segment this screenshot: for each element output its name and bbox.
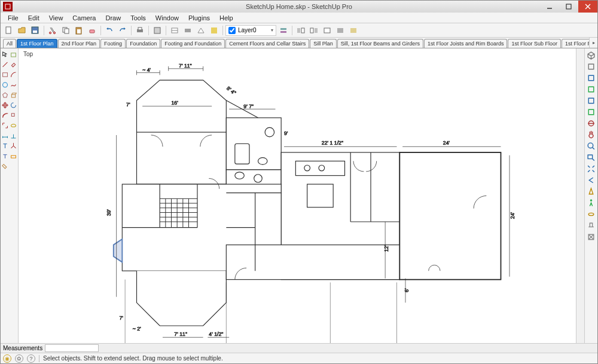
dimension-tool[interactable] bbox=[1, 131, 9, 140]
line-tool[interactable] bbox=[1, 60, 9, 69]
scene-tab[interactable]: Footing bbox=[100, 39, 126, 48]
tape-tool[interactable] bbox=[10, 121, 17, 130]
open-file-button[interactable] bbox=[16, 25, 28, 36]
move-tool[interactable] bbox=[1, 100, 9, 110]
look-around-icon[interactable] bbox=[586, 209, 597, 219]
toggle-button-2[interactable] bbox=[182, 25, 194, 36]
app-icon bbox=[3, 2, 13, 11]
style-button-1[interactable] bbox=[295, 25, 307, 36]
protractor-tool[interactable] bbox=[10, 131, 17, 140]
orbit-icon[interactable] bbox=[586, 118, 597, 129]
redo-button[interactable] bbox=[117, 25, 129, 36]
zoom-extents-icon[interactable] bbox=[586, 163, 597, 174]
menu-file[interactable]: File bbox=[3, 13, 23, 23]
followme-tool[interactable] bbox=[10, 111, 17, 120]
menu-window[interactable]: Window bbox=[151, 13, 184, 23]
select-tool[interactable] bbox=[1, 50, 9, 59]
svg-point-11 bbox=[54, 32, 56, 33]
section-tool[interactable] bbox=[10, 151, 17, 161]
viewport[interactable]: ~ 4' 7' 11" 8' 4" 7' 16' 9' 7" 9' 22' 1 … bbox=[19, 48, 584, 343]
menu-edit[interactable]: Edit bbox=[23, 13, 44, 23]
toggle-button-1[interactable] bbox=[169, 25, 181, 36]
text-tool[interactable] bbox=[1, 141, 9, 151]
menu-view[interactable]: View bbox=[44, 13, 68, 23]
style-button-3[interactable] bbox=[321, 25, 333, 36]
arc-tool[interactable] bbox=[10, 70, 17, 79]
save-button[interactable] bbox=[29, 25, 41, 36]
top-view-icon[interactable] bbox=[586, 61, 597, 72]
scene-tab[interactable]: Sill Plan bbox=[310, 39, 337, 48]
scene-tab[interactable]: Cement Floors and Cellar Stairs bbox=[225, 39, 309, 48]
paint-tool[interactable] bbox=[1, 161, 9, 171]
scene-tab[interactable]: Footing and Foundation bbox=[161, 39, 225, 48]
maximize-button[interactable] bbox=[559, 1, 578, 13]
zoom-icon[interactable] bbox=[586, 140, 597, 151]
menu-help[interactable]: Help bbox=[215, 13, 238, 23]
minimize-button[interactable] bbox=[540, 1, 559, 13]
back-view-icon[interactable] bbox=[586, 95, 597, 106]
model-info-button[interactable] bbox=[151, 25, 163, 36]
3dtext-tool[interactable] bbox=[1, 151, 9, 161]
previous-icon[interactable] bbox=[586, 175, 597, 185]
layer-selector[interactable]: Layer0 ▾ bbox=[225, 25, 276, 36]
scene-tab[interactable]: 2nd Floor Plan bbox=[58, 39, 100, 48]
menu-plugins[interactable]: Plugins bbox=[184, 13, 215, 23]
toggle-button-4[interactable] bbox=[208, 25, 220, 36]
axes-tool[interactable] bbox=[10, 141, 17, 151]
iso-view-icon[interactable] bbox=[586, 50, 597, 60]
make-component-tool[interactable] bbox=[10, 50, 17, 59]
geo-location-icon[interactable]: ◉ bbox=[3, 354, 11, 363]
toggle-button-3[interactable] bbox=[195, 25, 207, 36]
polygon-tool[interactable] bbox=[1, 90, 9, 100]
credits-icon[interactable]: ✿ bbox=[15, 354, 23, 363]
pan-icon[interactable] bbox=[586, 129, 597, 140]
rotate-tool[interactable] bbox=[10, 100, 17, 110]
xray-icon[interactable] bbox=[586, 231, 597, 242]
right-view-icon[interactable] bbox=[586, 84, 597, 94]
paste-button[interactable] bbox=[73, 25, 85, 36]
menu-draw[interactable]: Draw bbox=[100, 13, 126, 23]
svg-rect-18 bbox=[138, 27, 142, 30]
dim: 4' 1/2" bbox=[209, 331, 223, 337]
walk-icon[interactable] bbox=[586, 197, 597, 208]
print-button[interactable] bbox=[134, 25, 146, 36]
shadows-icon[interactable] bbox=[586, 220, 597, 231]
blank[interactable] bbox=[10, 161, 17, 171]
layer-manager-button[interactable] bbox=[277, 25, 289, 36]
scene-tab[interactable]: 1st Floor Sub Floor bbox=[508, 39, 561, 48]
offset-tool[interactable] bbox=[1, 111, 9, 120]
left-view-icon[interactable] bbox=[586, 106, 597, 117]
pushpull-tool[interactable] bbox=[10, 90, 17, 100]
scene-tab[interactable]: 1st Floor Joists and Rim Boards bbox=[424, 39, 508, 48]
layer-visible-checkbox[interactable] bbox=[228, 27, 236, 34]
circle-tool[interactable] bbox=[1, 80, 9, 90]
undo-button[interactable] bbox=[103, 25, 115, 36]
scene-tab[interactable]: Sill, 1st Floor Beams and Girders bbox=[337, 39, 423, 48]
style-button-4[interactable] bbox=[334, 25, 346, 36]
freehand-tool[interactable] bbox=[10, 80, 17, 90]
vertical-scrollbar[interactable] bbox=[576, 48, 584, 343]
close-button[interactable] bbox=[578, 1, 597, 13]
position-camera-icon[interactable] bbox=[586, 186, 597, 197]
help-icon[interactable]: ? bbox=[27, 354, 35, 363]
scene-tab[interactable]: 1st Floor Plan bbox=[17, 39, 57, 48]
front-view-icon[interactable] bbox=[586, 72, 597, 83]
rectangle-tool[interactable] bbox=[1, 70, 9, 79]
scale-tool[interactable] bbox=[1, 121, 9, 130]
copy-button[interactable] bbox=[60, 25, 72, 36]
scene-tabs-scroll-right[interactable]: ▸ bbox=[589, 38, 597, 48]
scene-tab[interactable]: Foundation bbox=[126, 39, 160, 48]
style-button-2[interactable] bbox=[308, 25, 320, 36]
style-button-5[interactable] bbox=[347, 25, 359, 36]
eraser-tool[interactable] bbox=[10, 60, 17, 69]
measurements-input[interactable] bbox=[45, 344, 99, 352]
status-hint: Select objects. Shift to extend select. … bbox=[43, 355, 223, 362]
svg-rect-7 bbox=[33, 30, 37, 33]
new-file-button[interactable] bbox=[3, 25, 15, 36]
erase-button[interactable] bbox=[86, 25, 98, 36]
zoom-window-icon[interactable] bbox=[586, 152, 597, 163]
menu-tools[interactable]: Tools bbox=[126, 13, 151, 23]
scene-tab[interactable]: All bbox=[3, 39, 16, 48]
cut-button[interactable] bbox=[47, 25, 59, 36]
menu-camera[interactable]: Camera bbox=[68, 13, 100, 23]
